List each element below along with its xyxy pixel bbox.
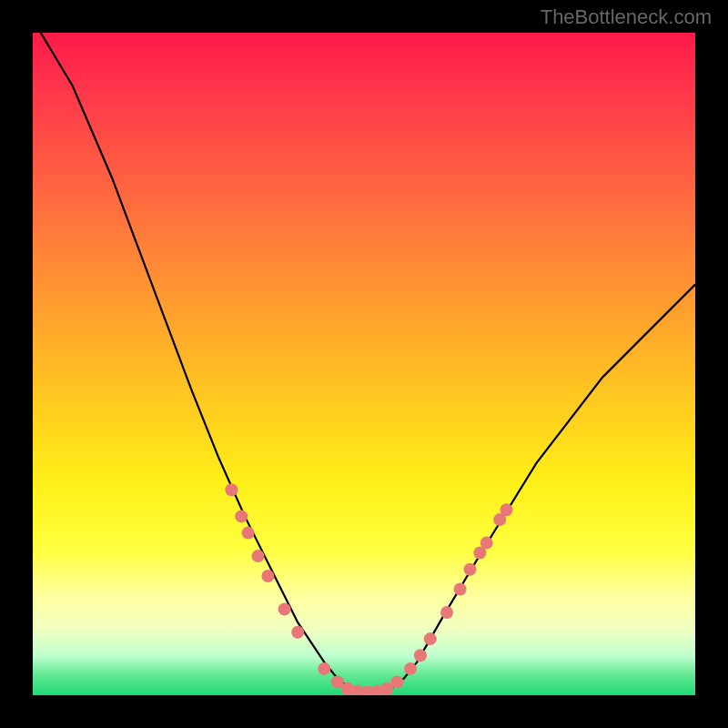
data-point xyxy=(261,570,274,582)
scatter-points xyxy=(225,483,512,695)
data-point xyxy=(291,626,304,639)
chart-svg xyxy=(33,33,695,695)
data-point xyxy=(242,527,255,540)
data-point xyxy=(278,602,291,615)
bottleneck-curve xyxy=(33,33,695,692)
data-point xyxy=(500,503,513,516)
data-point xyxy=(454,583,467,596)
data-point xyxy=(225,483,238,496)
data-point xyxy=(404,662,417,675)
watermark-text: TheBottleneck.com xyxy=(541,5,712,29)
data-point xyxy=(235,510,248,522)
data-point xyxy=(464,563,477,576)
data-point xyxy=(318,662,330,675)
data-point xyxy=(480,537,493,550)
data-point xyxy=(390,675,403,688)
plot-area xyxy=(33,33,695,695)
data-point xyxy=(252,550,265,562)
data-point xyxy=(424,632,437,645)
data-point xyxy=(414,649,427,662)
data-point xyxy=(440,606,453,619)
